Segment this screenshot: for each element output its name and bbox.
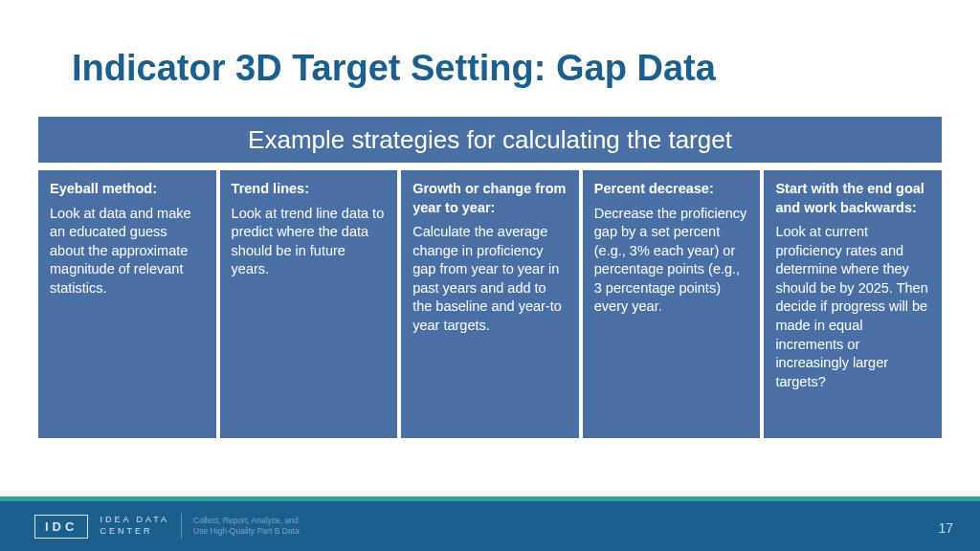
logo-label-line2: CENTER (100, 526, 169, 538)
footer-divider (181, 514, 182, 539)
card-body: Look at trend line data to predict where… (232, 205, 387, 279)
slide: Indicator 3D Target Setting: Gap Data Ex… (0, 0, 980, 551)
subtitle-bar: Example strategies for calculating the t… (38, 117, 942, 163)
page-number: 17 (938, 520, 953, 536)
logo-label-line1: IDEA DATA (100, 515, 169, 526)
card-body: Look at current proficiency rates and de… (775, 223, 930, 391)
card-title: Eyeball method: (50, 180, 205, 199)
card-trend-lines: Trend lines: Look at trend line data to … (220, 170, 398, 438)
tagline-line1: Collect, Report, Analyze, and (193, 516, 300, 526)
logo-box: IDC (34, 515, 88, 539)
footer: IDC IDEA DATA CENTER Collect, Report, An… (0, 501, 980, 551)
card-growth: Growth or change from year to year: Calc… (401, 170, 579, 438)
tagline-line2: Use High-Quality Part B Data (193, 526, 300, 537)
card-body: Calculate the average change in proficie… (412, 223, 568, 335)
card-title: Growth or change from year to year: (412, 180, 568, 217)
strategy-cards: Eyeball method: Look at data and make an… (38, 170, 942, 438)
logo-label: IDEA DATA CENTER (100, 515, 169, 537)
subtitle-text: Example strategies for calculating the t… (248, 125, 732, 155)
card-title: Trend lines: (232, 180, 387, 199)
card-title: Percent decrease: (594, 180, 749, 199)
card-eyeball: Eyeball method: Look at data and make an… (38, 170, 216, 438)
card-percent-decrease: Percent decrease: Decrease the proficien… (583, 170, 761, 438)
page-title: Indicator 3D Target Setting: Gap Data (72, 48, 716, 89)
card-body: Decrease the proficiency gap by a set pe… (594, 205, 749, 317)
card-end-goal: Start with the end goal and work backwar… (764, 170, 942, 438)
footer-tagline: Collect, Report, Analyze, and Use High-Q… (193, 516, 300, 537)
card-body: Look at data and make an educated guess … (50, 205, 205, 298)
card-title: Start with the end goal and work backwar… (775, 180, 930, 217)
